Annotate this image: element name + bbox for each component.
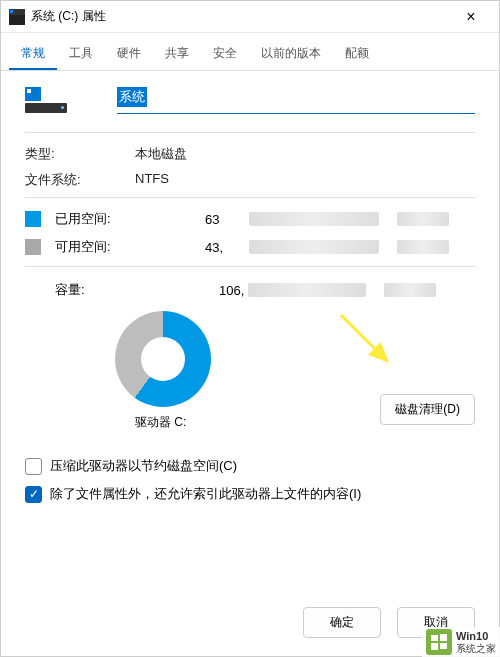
redacted-value — [397, 212, 449, 226]
used-space-prefix: 63 — [205, 212, 245, 227]
compress-checkbox[interactable] — [25, 458, 42, 475]
annotation-arrow-icon — [333, 307, 403, 377]
used-space-label: 已用空间: — [55, 210, 135, 228]
redacted-value — [397, 240, 449, 254]
divider — [25, 197, 475, 198]
capacity-row: 容量: 106, — [25, 281, 475, 299]
svg-rect-2 — [440, 634, 447, 641]
disk-cleanup-button[interactable]: 磁盘清理(D) — [380, 394, 475, 425]
free-space-row: 可用空间: 43, — [25, 238, 475, 256]
usage-chart-section: 驱动器 C: 磁盘清理(D) — [25, 311, 475, 407]
drive-name-value: 系统 — [117, 87, 147, 107]
tab-sharing[interactable]: 共享 — [153, 39, 201, 70]
svg-rect-4 — [440, 643, 447, 649]
properties-dialog: 系统 (C:) 属性 × 常规 工具 硬件 共享 安全 以前的版本 配额 系统 … — [0, 0, 500, 657]
ok-button[interactable]: 确定 — [303, 607, 381, 638]
tab-tools[interactable]: 工具 — [57, 39, 105, 70]
divider — [25, 266, 475, 267]
watermark: Win10 系统之家 — [422, 627, 500, 657]
used-space-row: 已用空间: 63 — [25, 210, 475, 228]
drive-large-icon — [25, 87, 67, 113]
tab-general[interactable]: 常规 — [9, 39, 57, 70]
svg-rect-1 — [431, 635, 438, 641]
type-label: 类型: — [25, 145, 135, 163]
type-row: 类型: 本地磁盘 — [25, 145, 475, 163]
free-space-label: 可用空间: — [55, 238, 135, 256]
used-swatch-icon — [25, 211, 41, 227]
tab-security[interactable]: 安全 — [201, 39, 249, 70]
titlebar: 系统 (C:) 属性 × — [1, 1, 499, 33]
compress-label: 压缩此驱动器以节约磁盘空间(C) — [50, 457, 237, 475]
tab-previous-versions[interactable]: 以前的版本 — [249, 39, 333, 70]
window-title: 系统 (C:) 属性 — [31, 8, 451, 25]
name-row: 系统 — [25, 87, 475, 114]
filesystem-row: 文件系统: NTFS — [25, 171, 475, 189]
watermark-text: Win10 系统之家 — [456, 630, 496, 653]
redacted-value — [249, 212, 379, 226]
usage-pie-chart — [115, 311, 211, 407]
divider — [25, 132, 475, 133]
watermark-logo-icon — [426, 629, 452, 655]
index-checkbox[interactable]: ✓ — [25, 486, 42, 503]
drive-icon — [9, 9, 25, 25]
free-swatch-icon — [25, 239, 41, 255]
svg-rect-3 — [431, 643, 438, 650]
tab-quota[interactable]: 配额 — [333, 39, 381, 70]
redacted-value — [384, 283, 436, 297]
tab-content: 系统 类型: 本地磁盘 文件系统: NTFS 已用空间: 63 可用空间: 43… — [1, 71, 499, 595]
type-value: 本地磁盘 — [135, 145, 187, 163]
index-checkbox-row: ✓ 除了文件属性外，还允许索引此驱动器上文件的内容(I) — [25, 485, 475, 503]
pie-label: 驱动器 C: — [135, 414, 186, 431]
drive-name-input[interactable]: 系统 — [117, 87, 475, 114]
filesystem-label: 文件系统: — [25, 171, 135, 189]
capacity-prefix: 106, — [219, 283, 244, 298]
compress-checkbox-row: 压缩此驱动器以节约磁盘空间(C) — [25, 457, 475, 475]
index-label: 除了文件属性外，还允许索引此驱动器上文件的内容(I) — [50, 485, 361, 503]
svg-line-0 — [341, 315, 387, 361]
tab-strip: 常规 工具 硬件 共享 安全 以前的版本 配额 — [1, 33, 499, 71]
tab-hardware[interactable]: 硬件 — [105, 39, 153, 70]
watermark-line1: Win10 — [456, 630, 496, 642]
redacted-value — [248, 283, 366, 297]
redacted-value — [249, 240, 379, 254]
watermark-line2: 系统之家 — [456, 643, 496, 654]
capacity-label: 容量: — [55, 281, 135, 299]
close-button[interactable]: × — [451, 3, 491, 31]
free-space-prefix: 43, — [205, 240, 245, 255]
filesystem-value: NTFS — [135, 171, 169, 189]
